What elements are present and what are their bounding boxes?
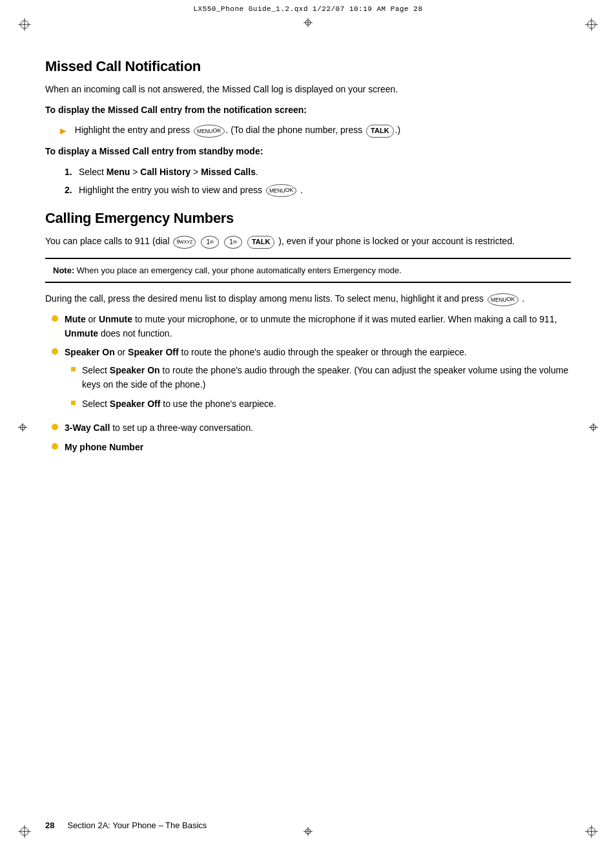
nine-wxyz-btn: 9WXYZ (173, 236, 196, 249)
main-content: Missed Call Notification When an incomin… (45, 39, 571, 817)
note-label: Note: (53, 266, 74, 275)
step-text-1: Select Menu > Call History > Missed Call… (79, 165, 258, 180)
one-btn-1: 1 ✉ (201, 236, 219, 249)
note-text: When you place an emergency call, your p… (77, 266, 402, 275)
reg-mark-tr (585, 18, 598, 31)
page-wrapper: LX550_Phone Guide_1.2.qxd 1/22/07 10:19 … (0, 0, 616, 856)
section-heading-emergency: Calling Emergency Numbers (45, 210, 571, 227)
3way-text: 3-Way Call to set up a three-way convers… (65, 421, 571, 435)
missed-call-intro: When an incoming call is not answered, t… (45, 83, 571, 97)
sub-bullet-list: Select Speaker On to route the phone's a… (71, 364, 571, 411)
emergency-intro: You can place calls to 911 (dial 9WXYZ 1… (45, 235, 571, 249)
talk-btn-1: TALK (366, 125, 394, 138)
reg-mark-bl (18, 825, 31, 838)
square-bullet-2 (71, 401, 76, 405)
talk-btn-2: TALK (247, 236, 275, 249)
yellow-bullet-list: Mute or Unmute to mute your microphone, … (45, 313, 571, 455)
reg-mark-br (585, 825, 598, 838)
header-bar: LX550_Phone Guide_1.2.qxd 1/22/07 10:19 … (0, 5, 616, 13)
menu-ok-btn-2: MENUOK (266, 184, 297, 197)
sub-bullet-speaker-off: Select Speaker Off to use the phone's ea… (71, 397, 571, 412)
menu-ok-btn-1: MENUOK (194, 125, 225, 138)
yellow-dot-3 (52, 424, 58, 430)
bullet-my-phone-number: My phone Number (45, 441, 571, 455)
sub-bullet-speaker-on: Select Speaker On to route the phone's a… (71, 364, 571, 391)
step-text-2: Highlight the entry you wish to view and… (79, 183, 303, 198)
step-number-2: 2. (65, 183, 79, 198)
yellow-dot-4 (52, 443, 58, 450)
center-mark-right (589, 423, 598, 433)
mute-text: Mute or Unmute to mute your microphone, … (65, 313, 571, 340)
page-number: 28 (45, 820, 54, 830)
header-file-info: LX550_Phone Guide_1.2.qxd 1/22/07 10:19 … (193, 5, 422, 13)
during-call-text: During the call, press the desired menu … (45, 292, 571, 306)
center-mark-top (303, 18, 313, 29)
speaker-text: Speaker On or Speaker Off to route the p… (65, 346, 571, 416)
yellow-dot-2 (52, 348, 58, 355)
one-btn-2: 1 ✉ (224, 236, 242, 249)
display-notification-label: To display the Missed Call entry from th… (45, 103, 571, 118)
numbered-list: 1. Select Menu > Call History > Missed C… (65, 165, 571, 197)
bullet-mute: Mute or Unmute to mute your microphone, … (45, 313, 571, 340)
square-bullet-1 (71, 367, 76, 371)
numbered-item-1: 1. Select Menu > Call History > Missed C… (65, 165, 571, 180)
bullet-3way: 3-Way Call to set up a three-way convers… (45, 421, 571, 435)
page-footer: 28 Section 2A: Your Phone – The Basics (45, 820, 571, 830)
yellow-dot-1 (52, 315, 58, 322)
notification-bullet-text: Highlight the entry and press MENUOK. (T… (75, 123, 400, 138)
sub-bullet-speaker-on-text: Select Speaker On to route the phone's a… (82, 364, 571, 391)
step-number-1: 1. (65, 165, 79, 180)
arrow-bullet-notification: ► Highlight the entry and press MENUOK. … (58, 123, 571, 140)
sub-bullet-speaker-off-text: Select Speaker Off to use the phone's ea… (82, 397, 276, 412)
display-standby-label: To display a Missed Call entry from stan… (45, 145, 571, 159)
footer-section-text: Section 2A: Your Phone – The Basics (67, 820, 207, 830)
reg-mark-tl (18, 18, 31, 31)
my-phone-number-text: My phone Number (65, 441, 571, 455)
section-heading-missed-call: Missed Call Notification (45, 58, 571, 75)
bullet-speaker: Speaker On or Speaker Off to route the p… (45, 346, 571, 416)
numbered-item-2: 2. Highlight the entry you wish to view … (65, 183, 571, 198)
arrow-icon: ► (58, 123, 68, 140)
menu-ok-btn-3: MENUOK (488, 293, 518, 306)
center-mark-left (18, 423, 27, 433)
note-box: Note: When you place an emergency call, … (45, 258, 571, 284)
